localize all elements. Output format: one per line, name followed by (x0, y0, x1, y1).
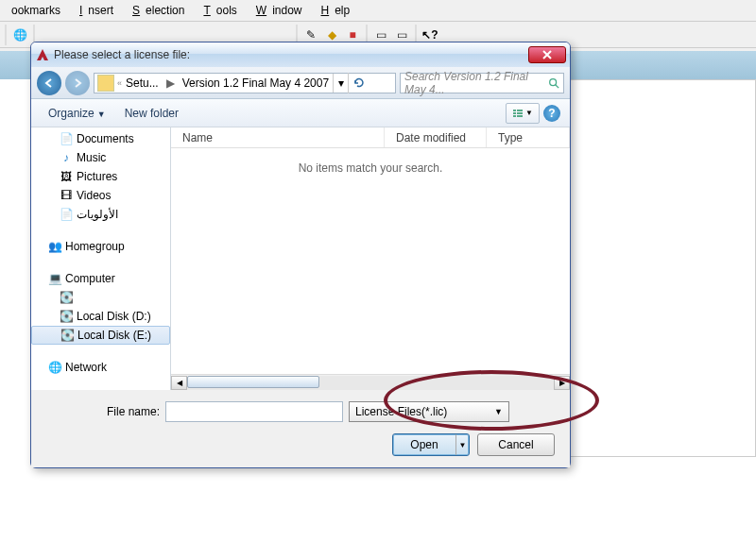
search-input[interactable]: Search Version 1.2 Final May 4... (400, 73, 564, 93)
open-split-arrow[interactable]: ▼ (455, 434, 469, 455)
file-icon: 📄 (60, 208, 73, 221)
svg-rect-1 (513, 110, 516, 111)
menu-insert[interactable]: Insert (74, 2, 125, 19)
column-name[interactable]: Name (171, 127, 385, 147)
view-button[interactable]: ▼ (506, 103, 540, 124)
videos-icon: 🎞 (60, 189, 73, 202)
cancel-button[interactable]: Cancel (477, 433, 555, 456)
help-icon: ? (548, 107, 555, 120)
drive-icon: 💽 (60, 310, 73, 323)
pictures-icon: 🖼 (60, 170, 73, 183)
arrow-left-icon (43, 77, 55, 89)
column-date[interactable]: Date modified (385, 127, 487, 147)
dialog-titlebar[interactable]: Please select a license file: (31, 42, 570, 67)
filename-input[interactable] (165, 401, 343, 422)
forward-button[interactable] (65, 71, 90, 95)
dialog-title: Please select a license file: (54, 48, 528, 61)
column-type[interactable]: Type (487, 127, 570, 147)
command-bar: Organize▼ New folder ▼ ? (31, 99, 570, 127)
tree-local-disk-c[interactable]: 💽 (31, 288, 170, 307)
tree-network[interactable]: 🌐Network (31, 358, 170, 377)
filename-label: File name: (46, 405, 160, 418)
svg-rect-6 (517, 115, 523, 117)
svg-rect-4 (517, 110, 523, 111)
tree-music[interactable]: ♪Music (31, 148, 170, 167)
refresh-button[interactable] (348, 73, 369, 93)
drive-icon: 💽 (60, 291, 73, 304)
breadcrumb-part[interactable]: Version 1.2 Final May 4 2007 (179, 74, 333, 93)
close-icon (542, 50, 552, 59)
toolbar-globe-icon[interactable]: 🌐 (10, 25, 29, 44)
nav-bar: « Setu... ▶ Version 1.2 Final May 4 2007… (31, 67, 570, 99)
new-folder-button[interactable]: New folder (117, 103, 186, 124)
menu-tools[interactable]: Tools (198, 2, 248, 19)
tree-videos[interactable]: 🎞Videos (31, 186, 170, 205)
file-list-area: Name Date modified Type No items match y… (171, 127, 570, 390)
arrow-right-icon (72, 77, 83, 89)
tree-local-disk-e[interactable]: 💽Local Disk (E:) (31, 326, 170, 345)
help-button[interactable]: ? (543, 105, 560, 122)
back-button[interactable] (37, 71, 61, 95)
tree-arabic-folder[interactable]: 📄الأولويات (31, 205, 170, 224)
empty-message: No items match your search. (171, 148, 570, 188)
search-placeholder: Search Version 1.2 Final May 4... (404, 70, 548, 96)
breadcrumb-part[interactable]: Setu... (122, 74, 163, 93)
menu-selection[interactable]: Selection (127, 2, 196, 19)
organize-button[interactable]: Organize▼ (41, 103, 113, 124)
close-button[interactable] (528, 46, 566, 63)
svg-rect-2 (513, 112, 516, 114)
folder-icon (97, 75, 114, 92)
dialog-bottom: File name: License Files(*.lic) ▼ Open ▼… (31, 390, 570, 467)
scroll-thumb[interactable] (187, 376, 319, 388)
tree-documents[interactable]: 📄Documents (31, 129, 170, 148)
tree-homegroup[interactable]: 👥Homegroup (31, 237, 170, 256)
column-headers: Name Date modified Type (171, 127, 570, 148)
documents-icon: 📄 (60, 132, 73, 145)
tree-computer[interactable]: 💻Computer (31, 269, 170, 288)
file-open-dialog: Please select a license file: « Setu... … (30, 42, 571, 468)
horizontal-scrollbar[interactable]: ◀ ▶ (171, 374, 570, 390)
svg-rect-5 (517, 112, 523, 114)
homegroup-icon: 👥 (48, 240, 61, 253)
scroll-left-icon[interactable]: ◀ (171, 376, 187, 390)
music-icon: ♪ (60, 151, 73, 164)
app-menubar: ookmarks Insert Selection Tools Window H… (0, 0, 756, 22)
filetype-combo[interactable]: License Files(*.lic) ▼ (349, 401, 509, 422)
chevron-down-icon: ▼ (494, 407, 503, 416)
menu-bookmarks[interactable]: ookmarks (0, 2, 72, 19)
menu-help[interactable]: Help (315, 2, 361, 19)
breadcrumb-dropdown[interactable]: ▾ (333, 74, 348, 93)
network-icon: 🌐 (48, 361, 61, 374)
app-icon (35, 47, 50, 62)
refresh-icon (352, 76, 366, 90)
scroll-right-icon[interactable]: ▶ (554, 376, 570, 390)
breadcrumb[interactable]: « Setu... ▶ Version 1.2 Final May 4 2007… (94, 73, 396, 93)
svg-point-0 (550, 78, 557, 85)
drive-icon: 💽 (60, 329, 74, 342)
menu-window[interactable]: Window (250, 2, 314, 19)
view-icon (512, 108, 524, 119)
tree-pictures[interactable]: 🖼Pictures (31, 167, 170, 186)
search-icon (548, 76, 559, 90)
open-button[interactable]: Open ▼ (392, 433, 470, 456)
computer-icon: 💻 (48, 272, 61, 285)
nav-tree: 📄Documents ♪Music 🖼Pictures 🎞Videos 📄الأ… (31, 127, 171, 390)
chevron-right-icon[interactable]: ▶ (163, 76, 179, 90)
tree-local-disk-d[interactable]: 💽Local Disk (D:) (31, 307, 170, 326)
svg-rect-3 (513, 115, 516, 117)
